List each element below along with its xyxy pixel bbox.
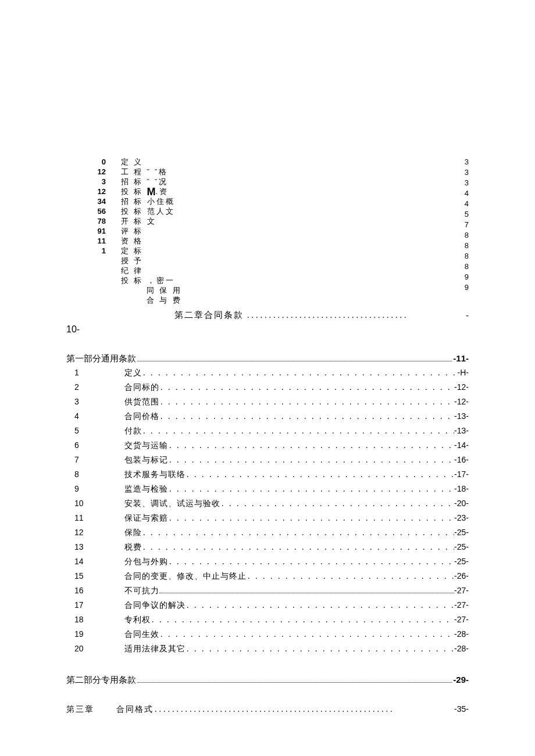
toc-item-number: 4	[66, 411, 124, 421]
toc-item-leader: . . . . . . . . . . . . . . . . . . . . …	[168, 441, 454, 450]
part-1-page: -11-	[453, 353, 469, 363]
toc-item-page: -12-	[454, 397, 469, 406]
toc-item-number: 10	[66, 499, 124, 508]
toc-item-title: 保险	[124, 528, 142, 538]
toc-item-number: 11	[66, 513, 124, 522]
toc-item-title: 合同价格	[124, 411, 159, 422]
toc-item-page: -14-	[454, 440, 469, 450]
toc-item-leader: . . . . . . . . . . . . . . . . . . . . …	[168, 557, 454, 567]
chapter-2-title: 第二章合同条款	[174, 310, 244, 321]
top-right-num: 3	[455, 167, 469, 178]
toc-item-title: 供货范围	[124, 397, 159, 407]
toc-item-title: 付款	[124, 426, 142, 436]
chapter-3-label: 第三章	[66, 704, 116, 715]
part-2-label: 第二部分专用条款	[66, 675, 136, 686]
top-mid-line: 投 标 M.资	[121, 187, 182, 196]
toc-item-title: 合同争议的解决	[124, 600, 186, 611]
top-right-num: 4	[455, 188, 469, 199]
toc-item-title: 合同标的	[124, 382, 159, 393]
chapter-3-leader: ........................................…	[154, 705, 454, 714]
toc-item-page: -28-	[454, 644, 469, 653]
toc-item-leader: . . . . . . . . . . . . . . . . . . . . …	[168, 456, 454, 465]
toc-item: 16不可抗力-27-	[66, 586, 469, 600]
top-mid-line: 招 标 ˇ ˇ况	[121, 177, 182, 187]
top-mid-line: 定 义	[121, 157, 182, 167]
toc-part-1: 1定义. . . . . . . . . . . . . . . . . . .…	[66, 368, 469, 658]
part-2-leader	[137, 676, 452, 683]
toc-item-page: -20-	[454, 499, 469, 508]
toc-item-leader: . . . . . . . . . . . . . . . . . . . . …	[186, 601, 454, 610]
part-1-label: 第一部分通用条款	[66, 353, 136, 364]
toc-item: 20适用法律及其它. . . . . . . . . . . . . . . .…	[66, 644, 469, 658]
top-left-num: 11	[66, 236, 106, 246]
chapter-3-page: -35-	[454, 704, 469, 714]
toc-item-title: 技术服务与联络	[124, 470, 186, 480]
top-left-num: 12	[66, 167, 106, 177]
toc-item: 3供货范围. . . . . . . . . . . . . . . . . .…	[66, 397, 469, 411]
toc-item-leader: . . . . . . . . . . . . . . . . . . . . …	[159, 397, 454, 407]
toc-item-number: 14	[66, 557, 124, 566]
chapter-2-heading: 第二章合同条款 ................................…	[66, 310, 469, 335]
top-mid-line: 授 予	[121, 256, 182, 266]
toc-item: 7包装与标记. . . . . . . . . . . . . . . . . …	[66, 455, 469, 470]
toc-item-leader: . . . . . . . . . . . . . . . . . . . . …	[220, 499, 454, 508]
top-block: 01231234567891111 定 义工 程 ˇ ˇ格招 标 ˇ ˇ况投 标…	[66, 157, 469, 305]
toc-item: 15合同的变更、修改、中止与终止. . . . . . . . . . . . …	[66, 571, 469, 586]
toc-item-page: -13-	[454, 411, 469, 421]
top-right-num: 8	[455, 261, 469, 272]
toc-item: 19合同生效. . . . . . . . . . . . . . . . . …	[66, 629, 469, 644]
toc-item-number: 8	[66, 470, 124, 479]
toc-item-page: -28-	[454, 629, 469, 639]
toc-item: 14分包与外购. . . . . . . . . . . . . . . . .…	[66, 557, 469, 571]
toc-item-number: 12	[66, 528, 124, 537]
top-left-num: 56	[66, 206, 106, 216]
toc-item-title: 安装、调试、试运与验收	[124, 499, 220, 509]
top-right-num: 3	[455, 157, 469, 167]
toc-item-title: 不可抗力	[124, 586, 159, 596]
toc-item-number: 17	[66, 600, 124, 610]
toc-item-page: -26-	[454, 571, 469, 581]
toc-item-number: 2	[66, 382, 124, 392]
top-left-num: 91	[66, 226, 106, 236]
top-mid-line: 纪 律	[121, 266, 182, 275]
chapter-2-leader: .....................................	[244, 311, 464, 320]
toc-item-title: 专利权	[124, 615, 151, 625]
toc-item-page: -25-	[454, 542, 469, 551]
toc-item: 9监造与检验. . . . . . . . . . . . . . . . . …	[66, 484, 469, 499]
toc-item-page: -23-	[454, 513, 469, 522]
toc-item-leader: . . . . . . . . . . . . . . . . . . . . …	[168, 485, 454, 494]
top-right-num: 4	[455, 199, 469, 209]
toc-item-leader: . . . . . . . . . . . . . . . . . . . . …	[159, 383, 454, 392]
top-right-num: 8	[455, 230, 469, 241]
toc-item: 11保证与索赔. . . . . . . . . . . . . . . . .…	[66, 513, 469, 528]
toc-item-number: 1	[66, 368, 124, 377]
top-right-num: 8	[455, 251, 469, 261]
toc-item-page: -16-	[454, 455, 469, 464]
toc-item: 17合同争议的解决. . . . . . . . . . . . . . . .…	[66, 600, 469, 615]
toc-item-page: -27-	[454, 600, 469, 610]
toc-item-page: -17-	[454, 470, 469, 479]
toc-item-page: -18-	[454, 484, 469, 493]
toc-item-number: 13	[66, 542, 124, 551]
top-right-num: 5	[455, 209, 469, 220]
toc-item-title: 税费	[124, 542, 142, 553]
part-2-header: 第二部分专用条款 -29-	[66, 675, 469, 686]
top-mid-line: 工 程 ˇ ˇ格	[121, 167, 182, 177]
toc-item-number: 3	[66, 397, 124, 406]
top-left-numbers: 01231234567891111	[66, 157, 121, 256]
toc-item-leader: . . . . . . . . . . . . . . . . . . . . …	[186, 470, 454, 479]
toc-item-title: 定义	[124, 368, 142, 378]
toc-item-page: -27-	[454, 615, 469, 624]
toc-item-leader: . . . . . . . . . . . . . . . . . . . . …	[142, 368, 458, 378]
toc-item-title: 合同的变更、修改、中止与终止	[124, 571, 247, 582]
toc-item-title: 适用法律及其它	[124, 644, 186, 654]
toc-item-number: 6	[66, 440, 124, 450]
top-mid-texts: 定 义工 程 ˇ ˇ格招 标 ˇ ˇ况投 标 M.资招 标 小住概投 标 范人文…	[121, 157, 182, 305]
toc-item-page: -13-	[454, 426, 469, 435]
top-mid-line: 投 标 ，密一	[121, 275, 182, 285]
part-1-header: 第一部分通用条款 -11-	[66, 353, 469, 364]
part-2-page: -29-	[453, 675, 469, 685]
toc-item-page: -12-	[454, 382, 469, 392]
toc-item-number: 19	[66, 629, 124, 639]
toc-item: 12保险. . . . . . . . . . . . . . . . . . …	[66, 528, 469, 542]
